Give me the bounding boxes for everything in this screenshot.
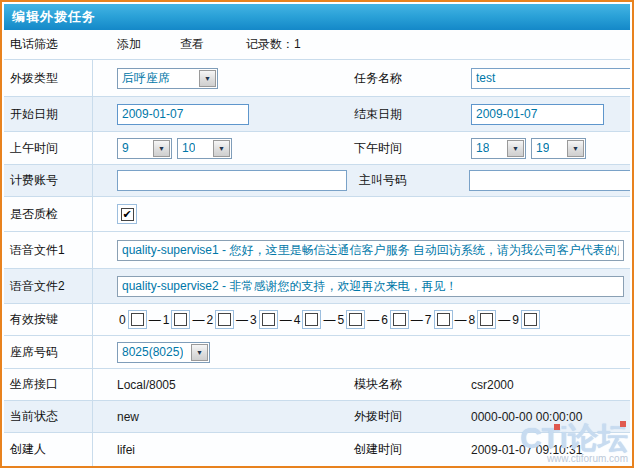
valid-key-digit-5: 5 xyxy=(337,313,344,327)
voice-file2-label: 语音文件2 xyxy=(10,278,65,295)
row-dates: 开始日期 结束日期 xyxy=(4,97,630,132)
outbound-time-value: 0000-00-00 00:00:00 xyxy=(471,410,582,424)
checkbox-unchecked xyxy=(218,313,231,326)
dropdown-arrow-icon: ▼ xyxy=(507,140,524,157)
view-link[interactable]: 查看 xyxy=(180,36,204,53)
quality-check-checkbox[interactable]: ✔ xyxy=(117,204,137,224)
valid-key-separator: — xyxy=(192,313,204,327)
valid-key-checkbox-1[interactable] xyxy=(171,310,190,329)
agent-number-select[interactable]: 8025(8025) ▼ xyxy=(117,342,210,363)
current-status-value: new xyxy=(117,410,139,424)
morning-from-select[interactable]: 9 ▼ xyxy=(117,138,172,159)
valid-key-checkbox-5[interactable] xyxy=(346,310,365,329)
outbound-task-form: 电话筛选 添加 查看 记录数：1 外拨类型 后呼座席 ▼ 任务名称 开始日期 结… xyxy=(4,30,630,466)
end-date-input[interactable] xyxy=(471,104,604,125)
valid-key-separator: — xyxy=(498,313,510,327)
creator-value: lifei xyxy=(117,443,135,457)
valid-key-checkbox-7[interactable] xyxy=(434,310,453,329)
valid-key-checkbox-9[interactable] xyxy=(521,310,540,329)
valid-key-digit-6: 6 xyxy=(381,313,388,327)
end-date-label: 结束日期 xyxy=(354,106,402,123)
outbound-time-label: 外拨时间 xyxy=(354,408,402,425)
valid-keys-label: 有效按键 xyxy=(10,311,58,328)
page-title: 编辑外拨任务 xyxy=(4,4,630,30)
add-link[interactable]: 添加 xyxy=(117,36,141,53)
checkbox-unchecked xyxy=(437,313,450,326)
valid-key-separator: — xyxy=(411,313,423,327)
dropdown-arrow-icon: ▼ xyxy=(213,140,230,157)
row-voice-file2: 语音文件2 xyxy=(4,269,630,304)
row-current-status: 当前状态 new 外拨时间 0000-00-00 00:00:00 xyxy=(4,401,630,433)
valid-key-digit-1: 1 xyxy=(163,313,170,327)
valid-key-checkbox-3[interactable] xyxy=(259,310,278,329)
dropdown-arrow-icon: ▼ xyxy=(199,70,216,87)
valid-key-checkbox-0[interactable] xyxy=(128,310,147,329)
start-date-label: 开始日期 xyxy=(10,106,58,123)
valid-key-separator: — xyxy=(236,313,248,327)
checkbox-unchecked xyxy=(480,313,493,326)
valid-key-checkbox-2[interactable] xyxy=(215,310,234,329)
afternoon-time-label: 下午时间 xyxy=(354,140,402,157)
row-voice-file1: 语音文件1 xyxy=(4,232,630,269)
checkbox-unchecked xyxy=(393,313,406,326)
checkbox-unchecked xyxy=(524,313,537,326)
edit-outbound-task-window: 编辑外拨任务 电话筛选 添加 查看 记录数：1 外拨类型 后呼座席 ▼ 任务名称… xyxy=(0,0,634,468)
row-agent-interface: 坐席接口 Local/8005 模块名称 csr2000 xyxy=(4,369,630,401)
checkbox-checked-icon: ✔ xyxy=(121,208,134,221)
valid-key-digit-2: 2 xyxy=(206,313,213,327)
billing-account-label: 计费账号 xyxy=(10,172,58,189)
billing-account-input[interactable] xyxy=(117,170,347,191)
afternoon-to-select[interactable]: 19 ▼ xyxy=(531,138,586,159)
valid-key-checkbox-8[interactable] xyxy=(477,310,496,329)
creator-label: 创建人 xyxy=(10,441,46,458)
morning-to-select[interactable]: 10 ▼ xyxy=(177,138,232,159)
task-name-label: 任务名称 xyxy=(354,70,402,87)
valid-key-digit-0: 0 xyxy=(119,313,126,327)
row-phone-filter: 电话筛选 添加 查看 记录数：1 xyxy=(4,30,630,60)
voice-file2-input[interactable] xyxy=(117,276,624,297)
afternoon-from-select[interactable]: 18 ▼ xyxy=(471,138,526,159)
valid-key-checkbox-4[interactable] xyxy=(302,310,321,329)
dropdown-arrow-icon: ▼ xyxy=(191,344,208,361)
valid-key-separator: — xyxy=(455,313,467,327)
valid-key-digit-4: 4 xyxy=(294,313,301,327)
row-billing: 计费账号 主叫号码 xyxy=(4,165,630,197)
checkbox-unchecked xyxy=(349,313,362,326)
checkbox-unchecked xyxy=(131,313,144,326)
task-name-input[interactable] xyxy=(471,68,630,89)
row-times: 上午时间 9 ▼ 10 ▼ 下午时间 18 ▼ 19 ▼ xyxy=(4,132,630,165)
agent-number-label: 座席号码 xyxy=(10,344,58,361)
caller-number-label: 主叫号码 xyxy=(359,172,407,189)
outbound-type-label: 外拨类型 xyxy=(10,70,58,87)
valid-key-checkbox-6[interactable] xyxy=(390,310,409,329)
valid-keys-list: 0—1—2—3—4—5—6—7—8—9 xyxy=(119,310,540,329)
dropdown-arrow-icon: ▼ xyxy=(567,140,584,157)
row-outbound-type: 外拨类型 后呼座席 ▼ 任务名称 xyxy=(4,60,630,97)
outbound-type-select[interactable]: 后呼座席 ▼ xyxy=(117,68,218,89)
row-agent-number: 座席号码 8025(8025) ▼ xyxy=(4,336,630,369)
row-creator: 创建人 lifei 创建时间 2009-01-07 09:10:31 xyxy=(4,433,630,466)
dropdown-arrow-icon: ▼ xyxy=(153,140,170,157)
voice-file1-input[interactable] xyxy=(117,240,624,261)
module-name-value: csr2000 xyxy=(471,378,514,392)
current-status-label: 当前状态 xyxy=(10,408,58,425)
checkbox-unchecked xyxy=(305,313,318,326)
module-name-label: 模块名称 xyxy=(354,376,402,393)
agent-interface-label: 坐席接口 xyxy=(10,376,58,393)
caller-number-input[interactable] xyxy=(469,170,630,191)
row-quality-check: 是否质检 ✔ xyxy=(4,197,630,232)
valid-key-separator: — xyxy=(323,313,335,327)
checkbox-unchecked xyxy=(174,313,187,326)
start-date-input[interactable] xyxy=(117,104,249,125)
valid-key-digit-3: 3 xyxy=(250,313,257,327)
agent-interface-value: Local/8005 xyxy=(117,378,176,392)
valid-key-digit-9: 9 xyxy=(512,313,519,327)
phone-filter-label: 电话筛选 xyxy=(10,36,58,53)
quality-check-label: 是否质检 xyxy=(10,206,58,223)
valid-key-digit-7: 7 xyxy=(425,313,432,327)
voice-file1-label: 语音文件1 xyxy=(10,242,65,259)
row-valid-keys: 有效按键 0—1—2—3—4—5—6—7—8—9 xyxy=(4,304,630,336)
valid-key-separator: — xyxy=(149,313,161,327)
create-time-value: 2009-01-07 09:10:31 xyxy=(471,443,582,457)
checkbox-unchecked xyxy=(262,313,275,326)
